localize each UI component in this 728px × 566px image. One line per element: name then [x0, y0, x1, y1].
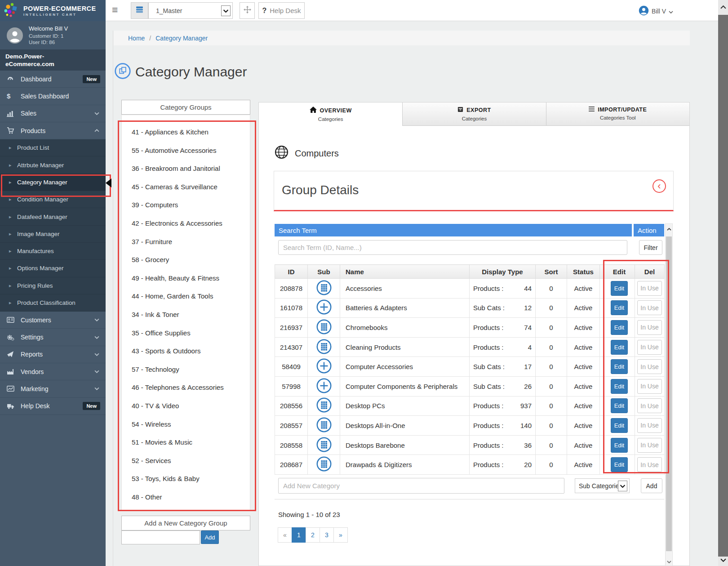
in-use-button[interactable]: In Use — [637, 300, 662, 315]
category-group-item[interactable]: 34 - Ink & Toner — [122, 306, 250, 324]
add-category-input[interactable] — [278, 478, 564, 494]
sidebar-item-settings[interactable]: Settings — [0, 329, 106, 346]
tab-import-update[interactable]: IMPORT/UPDATE Categories Tool — [546, 103, 689, 126]
category-group-item[interactable]: 54 - Wireless — [122, 415, 250, 434]
edit-button[interactable]: Edit — [611, 359, 628, 374]
in-use-button[interactable]: In Use — [637, 359, 662, 374]
search-input[interactable] — [278, 240, 627, 255]
sidebar-item-sales[interactable]: Sales — [0, 105, 106, 122]
products-grid-icon[interactable] — [316, 290, 332, 297]
in-use-button[interactable]: In Use — [637, 320, 662, 335]
sidebar-item-condition-manager[interactable]: ▸Condition Manager — [0, 191, 106, 208]
in-use-button[interactable]: In Use — [637, 398, 662, 413]
category-group-item[interactable]: 49 - Health, Beauty & Fitness — [122, 269, 250, 288]
add-category-button[interactable]: Add — [641, 478, 662, 493]
breadcrumb-home-link[interactable]: Home — [128, 35, 145, 42]
category-group-item[interactable]: 39 - Computers — [122, 196, 250, 214]
filter-button[interactable]: Filter — [639, 240, 662, 255]
category-group-item[interactable]: 48 - Other — [122, 488, 250, 507]
products-grid-icon[interactable] — [316, 427, 332, 434]
sidebar-item-image-manager[interactable]: ▸Image Manager — [0, 226, 106, 243]
add-group-button[interactable]: Add — [201, 530, 219, 544]
category-group-item[interactable]: 51 - Movies & Music — [122, 433, 250, 452]
in-use-button[interactable]: In Use — [637, 281, 662, 296]
category-group-item[interactable]: 36 - Breakroom and Janitorial — [122, 160, 250, 178]
sidebar-item-product-classification[interactable]: ▸Product Classification — [0, 294, 106, 312]
category-group-item[interactable]: 57 - Technology — [122, 361, 250, 379]
edit-button[interactable]: Edit — [611, 320, 628, 335]
new-group-input[interactable] — [121, 530, 200, 544]
edit-button[interactable]: Edit — [611, 457, 628, 472]
scroll-down-icon[interactable] — [666, 559, 672, 564]
category-group-item[interactable]: 37 - Furniture — [122, 233, 250, 251]
sidebar-item-category-manager[interactable]: ▸Category Manager — [0, 174, 106, 191]
page-scroll-down-icon[interactable] — [718, 557, 728, 563]
category-group-item[interactable]: 43 - Sports & Outdoors — [122, 342, 250, 361]
category-group-item[interactable]: 55 - Automotive Accessories — [122, 142, 250, 160]
category-group-item[interactable]: 40 - TV & Video — [122, 397, 250, 415]
page-button-1[interactable]: 1 — [292, 527, 306, 543]
sidebar-item-datafeed-manager[interactable]: ▸Datafeed Manager — [0, 208, 106, 225]
category-group-item[interactable]: 53 - Toys, Kids & Baby — [122, 470, 250, 488]
sidebar-item-sales-dashboard[interactable]: $Sales Dashboard — [0, 88, 106, 105]
in-use-button[interactable]: In Use — [637, 457, 662, 472]
in-use-button[interactable]: In Use — [637, 438, 662, 453]
store-selector[interactable]: 1_Master — [148, 2, 233, 19]
help-desk-button[interactable]: ? Help Desk — [258, 2, 305, 19]
edit-button[interactable]: Edit — [611, 379, 628, 394]
sidebar-item-options-manager[interactable]: ▸Options Manager — [0, 260, 106, 277]
products-grid-icon[interactable] — [316, 329, 332, 336]
edit-button[interactable]: Edit — [611, 340, 628, 355]
page-button-next[interactable]: » — [333, 527, 348, 543]
products-grid-icon[interactable] — [316, 446, 332, 454]
category-group-item[interactable]: 42 - Electronics & Accessories — [122, 214, 250, 233]
category-group-item[interactable]: 46 - Telephones & Accessories — [122, 379, 250, 397]
products-grid-icon[interactable] — [316, 348, 332, 356]
sidebar-item-dashboard[interactable]: DashboardNew — [0, 71, 106, 88]
products-grid-icon[interactable] — [316, 466, 332, 473]
category-group-item[interactable]: 41 - Appliances & Kitchen — [122, 123, 250, 142]
scroll-up-icon[interactable] — [666, 226, 672, 232]
in-use-button[interactable]: In Use — [637, 340, 662, 355]
page-button-2[interactable]: 2 — [306, 527, 320, 543]
edit-button[interactable]: Edit — [611, 438, 628, 453]
scrollbar-thumb[interactable] — [666, 236, 672, 551]
collapse-chevron-button[interactable]: ‹ — [653, 179, 666, 193]
select-arrow-icon[interactable] — [618, 481, 627, 491]
in-use-button[interactable]: In Use — [637, 418, 662, 433]
edit-button[interactable]: Edit — [611, 281, 628, 296]
brand-logo[interactable]: POWER-ECOMMERCE INTELLIGENT CART — [0, 0, 106, 21]
breadcrumb-current-link[interactable]: Category Manager — [155, 35, 208, 42]
products-grid-icon[interactable] — [316, 407, 332, 414]
expand-plus-icon[interactable] — [316, 309, 332, 316]
sidebar-item-pricing-rules[interactable]: ▸Pricing Rules — [0, 277, 106, 294]
sidebar-item-help-desk[interactable]: Help DeskNew — [0, 398, 106, 415]
move-button[interactable] — [240, 2, 255, 19]
select-arrow-icon[interactable] — [221, 5, 231, 16]
sidebar-item-products[interactable]: Products — [0, 122, 106, 139]
tab-export[interactable]: EXPORT Categories — [402, 103, 546, 126]
store-icon-button[interactable] — [131, 2, 148, 19]
edit-button[interactable]: Edit — [611, 300, 628, 315]
sidebar-item-manufactures[interactable]: ▸Manufactures — [0, 243, 106, 260]
in-use-button[interactable]: In Use — [637, 379, 662, 394]
page-scrollbar-thumb[interactable] — [718, 15, 728, 557]
category-group-item[interactable]: 44 - Home, Garden & Tools — [122, 287, 250, 306]
edit-button[interactable]: Edit — [611, 398, 628, 413]
edit-button[interactable]: Edit — [611, 418, 628, 433]
tab-overview[interactable]: OVERVIEW Categories — [259, 103, 402, 126]
category-group-item[interactable]: 45 - Cameras & Surveillance — [122, 178, 250, 196]
sidebar-item-reports[interactable]: Reports — [0, 346, 106, 363]
page-button-3[interactable]: 3 — [320, 527, 334, 543]
expand-plus-icon[interactable] — [316, 388, 332, 395]
category-group-item[interactable]: 35 - Office Supplies — [122, 324, 250, 343]
sidebar-item-attrbute-manager[interactable]: ▸Attrbute Manager — [0, 156, 106, 174]
page-scrollbar[interactable] — [718, 0, 728, 566]
hamburger-menu-icon[interactable]: ≡ — [112, 4, 118, 16]
expand-plus-icon[interactable] — [316, 368, 332, 375]
category-group-item[interactable]: 58 - Grocery — [122, 251, 250, 269]
table-scrollbar[interactable] — [665, 223, 673, 566]
sidebar-item-marketing[interactable]: Marketing — [0, 380, 106, 397]
sidebar-item-product-list[interactable]: ▸Product List — [0, 139, 106, 156]
sidebar-item-vendors[interactable]: Vendors — [0, 363, 106, 380]
